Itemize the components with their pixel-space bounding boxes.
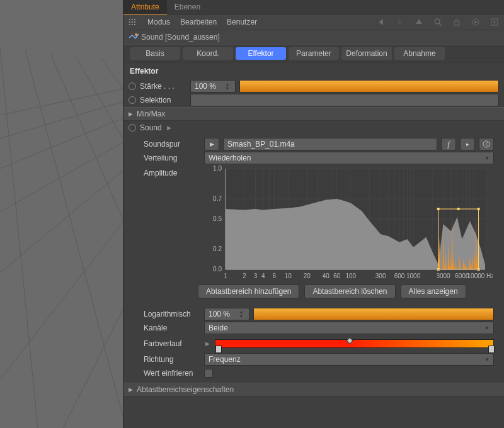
svg-point-13 — [129, 19, 130, 20]
toolbar-mode[interactable]: Modus — [147, 18, 170, 26]
browse-button[interactable] — [479, 138, 494, 150]
row-freeze: Wert einfrieren — [129, 366, 499, 380]
search-icon[interactable] — [433, 18, 442, 26]
svg-text:1.0: 1.0 — [213, 165, 222, 172]
tab-layers[interactable]: Ebenen — [167, 0, 208, 14]
gradient-editor[interactable] — [215, 339, 494, 348]
svg-point-15 — [134, 19, 135, 20]
amplitude-label: Amplitude — [129, 165, 203, 278]
selection-field[interactable] — [190, 94, 499, 106]
panel-toolbar: Modus Bearbeiten Benutzer — [123, 14, 504, 30]
row-log: Logarithmisch 100 %▲▼ — [129, 307, 499, 321]
svg-text:1000: 1000 — [406, 273, 421, 279]
row-distribution: Verteilung Wiederholen▼ — [129, 151, 499, 165]
panel-tabs: Attribute Ebenen — [123, 0, 504, 14]
new-panel-icon[interactable] — [490, 18, 499, 26]
sound-header: Sound — [140, 123, 162, 132]
svg-rect-80 — [457, 208, 460, 210]
toolbar-user[interactable]: Benutzer — [227, 18, 257, 26]
anim-dot[interactable] — [129, 96, 136, 104]
subtab-basis[interactable]: Basis — [130, 47, 180, 60]
strength-input[interactable]: 100 %▲▼ — [190, 80, 236, 93]
log-slider[interactable] — [253, 308, 494, 320]
soundtrack-field[interactable]: Smash_BP_01.m4a — [223, 138, 437, 150]
svg-line-23 — [439, 23, 442, 26]
svg-text:2: 2 — [243, 273, 246, 279]
svg-text:0.2: 0.2 — [213, 245, 222, 252]
viewport-3d[interactable] — [0, 0, 123, 428]
row-strength: Stärke . . . 100 %▲▼ — [123, 79, 504, 93]
toolbar-edit[interactable]: Bearbeiten — [180, 18, 217, 26]
svg-point-19 — [129, 24, 130, 25]
svg-point-31 — [483, 141, 490, 147]
sampleprops-label: Abtastbereichseigenschaften — [137, 385, 234, 394]
svg-text:300: 300 — [375, 273, 386, 279]
svg-rect-76 — [437, 208, 440, 210]
distribution-dropdown[interactable]: Wiederholen▼ — [204, 152, 494, 164]
log-input[interactable]: 100 %▲▼ — [204, 308, 249, 320]
selection-label: Selektion — [140, 96, 186, 104]
object-name: Sound [Sound_aussen] — [141, 33, 220, 42]
direction-dropdown[interactable]: Frequenz▼ — [204, 353, 494, 366]
svg-text:100: 100 — [345, 273, 356, 279]
freeze-label: Wert einfrieren — [144, 369, 200, 378]
object-row: Sound [Sound_aussen] — [123, 30, 504, 44]
attribute-body: Effektor Stärke . . . 100 %▲▼ Selektion … — [123, 63, 504, 428]
nav-up-icon[interactable] — [415, 18, 423, 26]
menu-icon[interactable] — [129, 18, 137, 26]
svg-point-16 — [129, 21, 130, 23]
svg-text:3000: 3000 — [436, 273, 450, 279]
row-direction: Richtung Frequenz▼ — [129, 352, 499, 366]
section-title: Effektor — [123, 63, 504, 79]
subtab-bar: Basis Koord. Effektor Parameter Deformat… — [123, 44, 504, 63]
strength-slider[interactable] — [239, 80, 499, 93]
svg-text:0.7: 0.7 — [213, 195, 222, 202]
svg-rect-0 — [0, 0, 123, 428]
svg-text:4: 4 — [261, 273, 265, 279]
row-channels: Kanäle Beide▼ — [129, 321, 499, 335]
soundtrack-label: Soundspur — [144, 140, 200, 149]
spectrum-chart[interactable]: 0.00.20.50.71.01234610204060100300600100… — [203, 165, 493, 278]
collapsible-minmax[interactable]: ▶ Min/Max — [123, 107, 504, 121]
nav-back-icon[interactable] — [377, 18, 386, 26]
strength-label: Stärke . . . — [140, 82, 186, 91]
freeze-checkbox[interactable] — [204, 369, 213, 378]
subtab-effektor[interactable]: Effektor — [236, 47, 286, 60]
svg-text:10: 10 — [285, 273, 292, 279]
gradient-label: Farbverlauf — [144, 339, 200, 348]
subtab-abnahme[interactable]: Abnahme — [394, 47, 445, 60]
svg-text:20: 20 — [304, 273, 311, 279]
log-label: Logarithmisch — [144, 310, 200, 318]
svg-point-14 — [132, 19, 133, 20]
minmax-label: Min/Max — [137, 110, 165, 118]
anim-dot[interactable] — [129, 124, 136, 132]
row-sound-header: Sound ▶ — [123, 121, 504, 135]
fcurve-button[interactable]: f — [441, 138, 456, 150]
svg-point-22 — [435, 19, 440, 24]
link-button[interactable]: ▸ — [460, 138, 475, 150]
anim-dot[interactable] — [129, 82, 136, 90]
svg-point-17 — [132, 21, 133, 23]
collapsible-sampleprops[interactable]: ▶ Abtastbereichseigenschaften — [123, 383, 504, 397]
svg-rect-77 — [478, 208, 480, 210]
svg-point-30 — [135, 33, 137, 36]
play-button[interactable]: ▶ — [204, 138, 219, 150]
channels-dropdown[interactable]: Beide▼ — [204, 322, 494, 334]
svg-text:3: 3 — [254, 273, 258, 279]
lock-icon[interactable] — [452, 18, 461, 26]
svg-text:40: 40 — [323, 273, 330, 279]
tab-attribute[interactable]: Attribute — [123, 0, 167, 14]
nav-fwd-icon[interactable] — [396, 18, 404, 26]
target-icon[interactable] — [471, 18, 480, 26]
row-selection: Selektion — [123, 93, 504, 107]
chevron-right-icon: ▶ — [129, 111, 133, 117]
direction-label: Richtung — [144, 355, 200, 364]
svg-rect-24 — [454, 21, 459, 25]
channels-label: Kanäle — [144, 324, 200, 332]
subtab-koord[interactable]: Koord. — [183, 47, 233, 60]
subtab-deformation[interactable]: Deformation — [341, 47, 392, 60]
chevron-right-icon: ▶ — [129, 386, 133, 393]
attribute-panel: Attribute Ebenen Modus Bearbeiten Benutz… — [123, 0, 504, 428]
subtab-parameter[interactable]: Parameter — [289, 47, 339, 60]
sound-object-icon — [129, 33, 137, 42]
